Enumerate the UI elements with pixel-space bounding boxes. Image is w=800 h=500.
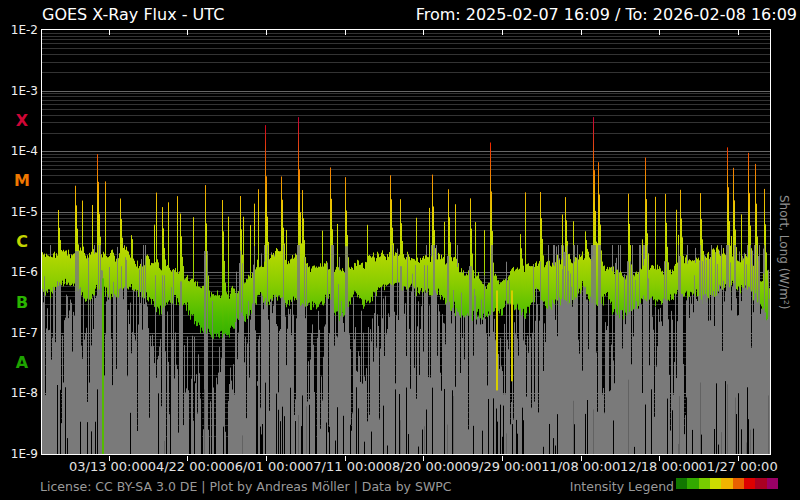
class-letter-b: B (10, 294, 34, 312)
page-title: GOES X-Ray Flux - UTC (42, 5, 224, 24)
x-tick-mark (659, 456, 660, 461)
x-tick-label: 08/20 00:00 (378, 459, 468, 474)
x-tick-mark (109, 456, 110, 461)
date-range: From: 2025-02-07 16:09 / To: 2026-02-08 … (416, 5, 797, 24)
x-tick-mark (502, 456, 503, 461)
legend-color-swatch (767, 478, 778, 489)
intensity-legend-label: Intensity Legend (570, 479, 674, 494)
y-tick-label: 1E-9 (0, 447, 38, 461)
y-tick-label: 1E-2 (0, 23, 38, 37)
plot-area (41, 29, 771, 455)
y-tick-label: 1E-7 (0, 326, 38, 340)
license-text: License: CC BY-SA 3.0 DE | Plot by Andre… (40, 479, 452, 494)
class-letter-c: C (10, 233, 34, 251)
y-tick-label: 1E-3 (0, 84, 38, 98)
class-letter-x: X (10, 112, 34, 130)
x-tick-label: 03/13 00:00 (64, 459, 154, 474)
class-letter-a: A (10, 354, 34, 372)
x-tick-label: 04/22 00:00 (142, 459, 232, 474)
x-tick-label: 01/27 00:00 (693, 459, 783, 474)
intensity-legend-bar (676, 478, 778, 489)
x-tick-mark (738, 456, 739, 461)
legend-color-swatch (676, 478, 687, 489)
y-tick-label: 1E-4 (0, 144, 38, 158)
legend-color-swatch (721, 478, 732, 489)
x-tick-label: 06/01 00:00 (221, 459, 311, 474)
x-tick-label: 12/18 00:00 (614, 459, 704, 474)
legend-color-swatch (755, 478, 766, 489)
x-tick-mark (187, 456, 188, 461)
y-tick-label: 1E-8 (0, 386, 38, 400)
x-tick-label: 11/08 00:00 (536, 459, 626, 474)
legend-color-swatch (710, 478, 721, 489)
y-tick-label: 1E-5 (0, 205, 38, 219)
goes-xray-flux-app: { "header": { "title": "GOES X-Ray Flux … (0, 0, 800, 500)
right-axis-label: Short, Long (W/m²) (777, 152, 791, 352)
x-tick-mark (581, 456, 582, 461)
x-tick-mark (266, 456, 267, 461)
legend-color-swatch (733, 478, 744, 489)
legend-color-swatch (699, 478, 710, 489)
x-tick-label: 09/29 00:00 (457, 459, 547, 474)
class-letter-m: M (10, 172, 34, 190)
legend-color-swatch (744, 478, 755, 489)
x-tick-mark (345, 456, 346, 461)
legend-color-swatch (687, 478, 698, 489)
xray-flux-chart (42, 30, 770, 454)
y-tick-label: 1E-6 (0, 265, 38, 279)
x-tick-label: 07/11 00:00 (300, 459, 390, 474)
x-tick-mark (423, 456, 424, 461)
